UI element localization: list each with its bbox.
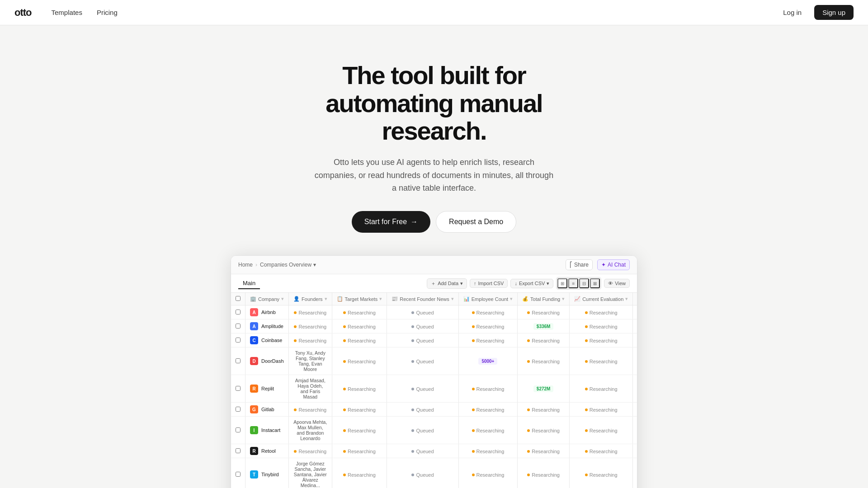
status-text: Researching bbox=[348, 310, 376, 315]
total-funding-cell: Researching bbox=[518, 333, 570, 347]
row-checkbox[interactable] bbox=[236, 310, 241, 314]
employee-count-cell: Researching bbox=[458, 458, 517, 488]
row-checkbox[interactable] bbox=[236, 386, 241, 391]
view-list-button[interactable]: ≡ bbox=[568, 278, 578, 288]
select-all-checkbox[interactable] bbox=[236, 296, 241, 301]
company-name: Coinbase bbox=[261, 338, 282, 343]
nav-link-templates[interactable]: Templates bbox=[46, 6, 88, 19]
founders-text: Jorge Gómez Sancha, Javier Santana, Javi… bbox=[294, 461, 327, 488]
table-row: R Retool ResearchingResearchingQueuedRes… bbox=[231, 444, 637, 458]
status-text: Researching bbox=[532, 310, 560, 315]
row-checkbox[interactable] bbox=[236, 358, 241, 363]
current-evaluation-cell: Researching bbox=[570, 319, 633, 333]
view-grid-button[interactable]: ⊞ bbox=[557, 278, 567, 288]
add-data-button[interactable]: ＋ Add Data ▾ bbox=[427, 278, 467, 289]
row-checkbox-cell[interactable] bbox=[231, 347, 245, 375]
status-dot bbox=[343, 339, 346, 342]
markets-status: Researching bbox=[343, 324, 376, 329]
navbar: otto Templates Pricing Log in Sign up bbox=[0, 0, 868, 25]
th-add-column[interactable]: + bbox=[633, 293, 637, 305]
add-cell: ••• bbox=[633, 333, 637, 347]
status-text: Queued bbox=[416, 338, 434, 343]
eval-status: Researching bbox=[585, 310, 618, 315]
status-text: Researching bbox=[590, 324, 618, 329]
row-checkbox[interactable] bbox=[236, 338, 241, 343]
status-dot bbox=[343, 311, 346, 314]
status-dot bbox=[343, 474, 346, 476]
status-dot bbox=[527, 360, 530, 363]
status-text: Researching bbox=[298, 310, 326, 315]
row-checkbox-cell[interactable] bbox=[231, 305, 245, 319]
markets-status: Researching bbox=[343, 310, 376, 315]
company-name: Amplitude bbox=[261, 324, 283, 329]
status-dot bbox=[343, 325, 346, 328]
company-cell[interactable]: R Replit bbox=[245, 375, 289, 403]
funding-status: Researching bbox=[527, 428, 560, 433]
current-evaluation-cell: Researching bbox=[570, 305, 633, 319]
row-checkbox-cell[interactable] bbox=[231, 319, 245, 333]
export-csv-button[interactable]: ↓ Export CSV ▾ bbox=[510, 279, 553, 288]
status-dot bbox=[585, 325, 588, 328]
row-checkbox-cell[interactable] bbox=[231, 333, 245, 347]
eval-status: Researching bbox=[585, 359, 618, 364]
breadcrumb-home[interactable]: Home bbox=[238, 262, 253, 268]
sort-icon-3: ▾ bbox=[379, 296, 382, 302]
employee-status: Researching bbox=[472, 310, 505, 315]
import-csv-button[interactable]: ↑ Import CSV bbox=[470, 279, 508, 288]
company-logo: R bbox=[250, 447, 258, 455]
row-checkbox[interactable] bbox=[236, 324, 241, 328]
login-button[interactable]: Log in bbox=[776, 5, 809, 20]
row-checkbox[interactable] bbox=[236, 472, 241, 477]
breadcrumb-current[interactable]: Companies Overview ▾ bbox=[260, 262, 316, 268]
demo-container: Home › Companies Overview ▾ ⎡ Share ✦ AI… bbox=[231, 255, 637, 488]
company-cell[interactable]: I Instacart bbox=[245, 417, 289, 444]
company-cell[interactable]: R Retool bbox=[245, 444, 289, 458]
status-text: Researching bbox=[476, 449, 505, 454]
status-text: Researching bbox=[348, 386, 376, 392]
table-wrapper: 🏢 Company ▾ 👤 Founders ▾ bbox=[231, 293, 637, 488]
chevron-icon: ▾ bbox=[460, 281, 463, 286]
row-checkbox-cell[interactable] bbox=[231, 444, 245, 458]
th-checkbox[interactable] bbox=[231, 293, 245, 305]
row-checkbox-cell[interactable] bbox=[231, 417, 245, 444]
company-cell[interactable]: G Gitlab bbox=[245, 403, 289, 417]
row-checkbox-cell[interactable] bbox=[231, 458, 245, 488]
company-logo: D bbox=[250, 357, 258, 365]
row-checkbox[interactable] bbox=[236, 427, 241, 432]
founders-status: Researching bbox=[294, 449, 326, 454]
row-checkbox-cell[interactable] bbox=[231, 403, 245, 417]
view-card-button[interactable]: ⊟ bbox=[579, 278, 589, 288]
view-kanban-button[interactable]: ⊠ bbox=[590, 278, 600, 288]
row-checkbox[interactable] bbox=[236, 448, 241, 453]
funding-value: $272M bbox=[533, 385, 554, 392]
company-cell[interactable]: D DoorDash bbox=[245, 347, 289, 375]
ai-chat-button[interactable]: ✦ AI Chat bbox=[597, 259, 630, 270]
employee-count-cell: 5000+ bbox=[458, 347, 517, 375]
employee-status: Researching bbox=[472, 338, 505, 343]
table-row: R Replit Amjad Masad, Haya Odeh, and Far… bbox=[231, 375, 637, 403]
signup-button[interactable]: Sign up bbox=[814, 5, 854, 20]
status-text: Researching bbox=[590, 338, 618, 343]
nav-link-pricing[interactable]: Pricing bbox=[91, 6, 123, 19]
status-text: Researching bbox=[348, 338, 376, 343]
employee-status: Researching bbox=[472, 449, 505, 454]
company-cell[interactable]: A Amplitude bbox=[245, 319, 289, 333]
status-text: Researching bbox=[590, 407, 618, 413]
company-cell[interactable]: A Airbnb bbox=[245, 305, 289, 319]
view-button[interactable]: 👁 View bbox=[604, 279, 630, 288]
eval-status: Researching bbox=[585, 407, 618, 413]
toolbar-tab-main[interactable]: Main bbox=[238, 278, 260, 289]
start-free-button[interactable]: Start for Free → bbox=[352, 211, 430, 233]
row-checkbox[interactable] bbox=[236, 407, 241, 412]
logo[interactable]: otto bbox=[14, 7, 32, 19]
company-cell[interactable]: T Tinybird bbox=[245, 458, 289, 488]
status-text: Researching bbox=[590, 386, 618, 392]
status-dot bbox=[411, 339, 414, 342]
request-demo-button[interactable]: Request a Demo bbox=[436, 211, 516, 233]
row-checkbox-cell[interactable] bbox=[231, 375, 245, 403]
share-button[interactable]: ⎡ Share bbox=[566, 259, 593, 270]
company-cell[interactable]: C Coinbase bbox=[245, 333, 289, 347]
status-dot bbox=[472, 429, 475, 432]
markets-col-icon: 📋 bbox=[337, 296, 343, 302]
employee-count-cell: Researching bbox=[458, 403, 517, 417]
